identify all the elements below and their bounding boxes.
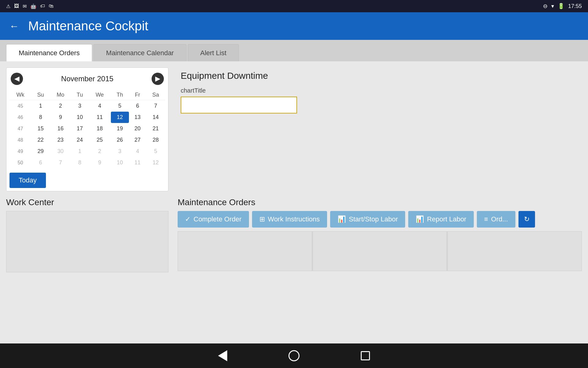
equipment-downtime-title: Equipment Downtime (181, 71, 579, 81)
work-instructions-icon: ⊞ (259, 215, 265, 223)
calendar-day[interactable]: 1 (71, 146, 89, 157)
calendar-day[interactable]: 13 (129, 112, 146, 123)
maintenance-orders-panel: Maintenance Orders ✓ Complete Order ⊞ Wo… (178, 197, 582, 337)
nav-bar (0, 343, 588, 368)
calendar-day[interactable]: 24 (71, 134, 89, 146)
next-month-button[interactable]: ► (152, 73, 164, 85)
calendar-day[interactable]: 23 (50, 134, 71, 146)
tab-maintenance-orders[interactable]: Maintenance Orders (6, 44, 92, 61)
calendar-day[interactable]: 7 (146, 100, 165, 112)
calendar-day[interactable]: 8 (71, 157, 89, 168)
calendar-day[interactable]: 16 (50, 123, 71, 134)
calendar-day[interactable]: 5 (146, 146, 165, 157)
calendar-day[interactable]: 10 (71, 112, 89, 123)
clock: 17:55 (568, 3, 582, 10)
tab-bar: Maintenance Orders Maintenance Calendar … (0, 40, 588, 61)
calendar-day[interactable]: 10 (111, 157, 129, 168)
calendar-day[interactable]: 26 (111, 134, 129, 146)
calendar-day[interactable]: 14 (146, 112, 165, 123)
app-bar: ← Maintenance Cockpit (0, 12, 588, 40)
data-col-3 (447, 231, 582, 271)
calendar-day[interactable]: 25 (89, 134, 111, 146)
work-instructions-button[interactable]: ⊞ Work Instructions (252, 211, 327, 228)
work-center-title: Work Center (6, 197, 168, 207)
equipment-section: Equipment Downtime chartTitle (178, 67, 582, 191)
chart-title-input[interactable] (181, 97, 297, 113)
calendar-day[interactable]: 11 (129, 157, 146, 168)
data-col-2 (313, 231, 447, 271)
report-labor-label: Report Labor (427, 215, 466, 223)
week-number: 46 (9, 112, 31, 123)
col-header-tu: Tu (71, 90, 89, 100)
refresh-button[interactable]: ↻ (518, 211, 535, 228)
calendar-container: ◄ November 2015 ► Wk Su Mo Tu We Th Fr S… (6, 67, 168, 191)
calendar-day[interactable]: 4 (89, 100, 111, 112)
calendar-day[interactable]: 11 (89, 112, 111, 123)
bottom-section: Work Center Maintenance Orders ✓ Complet… (0, 197, 588, 343)
chart-title-label: chartTitle (181, 87, 579, 94)
calendar-day[interactable]: 30 (50, 146, 71, 157)
col-header-fr: Fr (129, 90, 146, 100)
work-center-panel: Work Center (6, 197, 168, 337)
calendar-day[interactable]: 3 (71, 100, 89, 112)
week-number: 45 (9, 100, 31, 112)
col-header-th: Th (111, 90, 129, 100)
start-stop-labor-icon: 📊 (337, 215, 346, 223)
recents-nav-button[interactable] (361, 351, 370, 360)
calendar-day[interactable]: 12 (146, 157, 165, 168)
calendar-day[interactable]: 1 (31, 100, 50, 112)
col-header-we: We (89, 90, 111, 100)
refresh-icon: ↻ (524, 215, 530, 223)
maintenance-orders-title: Maintenance Orders (178, 197, 582, 207)
back-nav-button[interactable] (218, 350, 227, 361)
app-title: Maintenance Cockpit (28, 19, 148, 33)
calendar-day[interactable]: 6 (129, 100, 146, 112)
calendar-day[interactable]: 17 (71, 123, 89, 134)
alert-icon: ⚠ (6, 3, 10, 9)
week-number: 48 (9, 134, 31, 146)
calendar-day[interactable]: 29 (31, 146, 50, 157)
col-header-su: Su (31, 90, 50, 100)
calendar-day[interactable]: 4 (129, 146, 146, 157)
tab-maintenance-calendar[interactable]: Maintenance Calendar (93, 44, 186, 61)
ord-button[interactable]: ≡ Ord... (477, 211, 515, 228)
calendar-day[interactable]: 20 (129, 123, 146, 134)
calendar-day[interactable]: 9 (50, 112, 71, 123)
week-number: 47 (9, 123, 31, 134)
calendar-day[interactable]: 21 (146, 123, 165, 134)
calendar-day[interactable]: 19 (111, 123, 129, 134)
calendar-day[interactable]: 12 (111, 112, 129, 123)
calendar-day[interactable]: 2 (89, 146, 111, 157)
calendar-day[interactable]: 2 (50, 100, 71, 112)
calendar-day[interactable]: 9 (89, 157, 111, 168)
calendar-day[interactable]: 8 (31, 112, 50, 123)
work-instructions-label: Work Instructions (268, 215, 320, 223)
report-labor-icon: 📊 (416, 215, 424, 223)
ord-icon: ≡ (484, 215, 488, 223)
calendar-day[interactable]: 27 (129, 134, 146, 146)
week-number: 50 (9, 157, 31, 168)
calendar-day[interactable]: 3 (111, 146, 129, 157)
prev-month-button[interactable]: ◄ (11, 73, 23, 85)
calendar-day[interactable]: 22 (31, 134, 50, 146)
calendar-grid: Wk Su Mo Tu We Th Fr Sa 4512345674689101… (9, 90, 165, 168)
home-nav-button[interactable] (288, 350, 300, 361)
calendar-day[interactable]: 6 (31, 157, 50, 168)
calendar-day[interactable]: 18 (89, 123, 111, 134)
complete-order-button[interactable]: ✓ Complete Order (178, 211, 249, 228)
work-center-content (6, 211, 168, 272)
tab-alert-list[interactable]: Alert List (188, 44, 239, 61)
calendar-day[interactable]: 5 (111, 100, 129, 112)
back-button[interactable]: ← (9, 21, 19, 32)
calendar-day[interactable]: 7 (50, 157, 71, 168)
calendar-day[interactable]: 28 (146, 134, 165, 146)
status-bar: ⚠ 🖼 ✉ 🤖 🏷 🛍 ⊖ ▾ 🔋 17:55 (0, 0, 588, 12)
start-stop-labor-button[interactable]: 📊 Start/Stop Labor (330, 211, 405, 228)
status-bar-left: ⚠ 🖼 ✉ 🤖 🏷 🛍 (6, 3, 54, 9)
calendar-month-year: November 2015 (61, 75, 114, 83)
report-labor-button[interactable]: 📊 Report Labor (408, 211, 473, 228)
ord-label: Ord... (491, 215, 508, 223)
calendar-day[interactable]: 15 (31, 123, 50, 134)
main-content: ◄ November 2015 ► Wk Su Mo Tu We Th Fr S… (0, 61, 588, 343)
today-button[interactable]: Today (9, 173, 46, 188)
